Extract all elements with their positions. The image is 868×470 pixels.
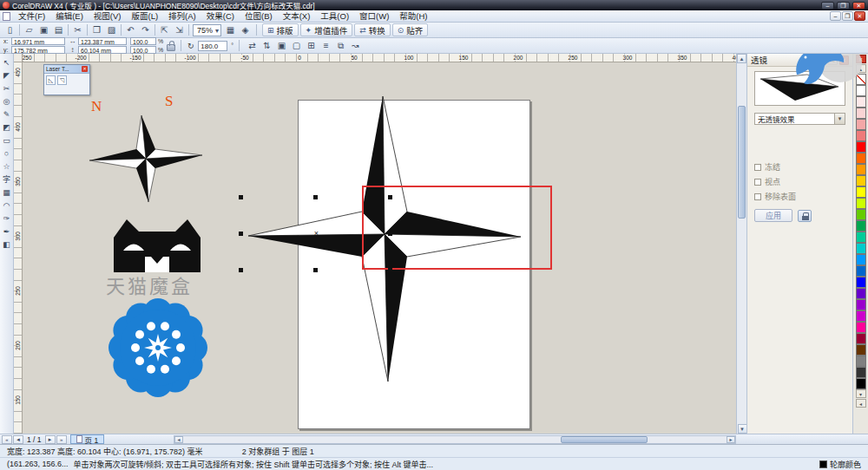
ruler-origin-button[interactable] <box>14 54 23 62</box>
color-swatch-10[interactable] <box>856 186 866 198</box>
shape-tool[interactable]: ◤ <box>0 69 13 82</box>
print-icon[interactable]: ▤ <box>51 23 66 37</box>
menu-item-2[interactable]: 编辑(E) <box>50 10 89 22</box>
convert-button[interactable]: ⇄转换 <box>354 23 391 36</box>
outline-pen-tool[interactable]: ✒ <box>0 225 13 238</box>
checkbox-icon[interactable] <box>754 164 761 171</box>
menu-item-9[interactable]: 工具(O) <box>315 10 354 22</box>
new-document-icon[interactable]: ▯ <box>3 23 17 37</box>
drawing-canvas[interactable]: Laser T... ✕ ◺◹ N S <box>23 62 736 434</box>
document-restore-button[interactable]: ❐ <box>842 11 853 21</box>
convert-curves-icon[interactable]: ↝ <box>348 39 363 53</box>
layout-button[interactable]: ⊞排版 <box>262 23 299 36</box>
fill-tool[interactable]: ◧ <box>0 238 13 251</box>
compass-n-label[interactable]: N <box>91 98 102 115</box>
document-minimize-button[interactable]: – <box>830 11 841 21</box>
open-icon[interactable]: ▱ <box>22 23 36 37</box>
color-swatch-15[interactable] <box>856 243 866 254</box>
color-swatch-4[interactable] <box>856 119 866 130</box>
floating-toolbar-close-button[interactable]: ✕ <box>82 66 88 72</box>
copy-icon[interactable]: ❐ <box>89 23 104 37</box>
import-icon[interactable]: ⇱ <box>157 23 172 37</box>
menu-item-3[interactable]: 视图(V) <box>89 10 127 22</box>
tmall-cat-logo[interactable] <box>108 217 206 272</box>
application-launcher-icon[interactable]: ▦ <box>223 23 238 37</box>
color-swatch-22[interactable] <box>856 322 866 333</box>
rotation-angle-field[interactable]: 180.0 <box>198 41 227 51</box>
color-swatch-6[interactable] <box>856 141 866 153</box>
width-field[interactable]: 123.387 mm <box>78 37 127 45</box>
h-scrollbar[interactable]: ◄ ► <box>174 435 736 444</box>
docker-close-button[interactable]: ✕ <box>839 55 849 65</box>
menu-item-1[interactable]: 文件(F) <box>13 10 50 22</box>
color-swatch-17[interactable] <box>856 265 866 277</box>
scroll-down-icon[interactable]: ▼ <box>738 424 747 434</box>
compass-s-label[interactable]: S <box>165 93 173 110</box>
scroll-left-icon[interactable]: ◄ <box>174 436 183 443</box>
close-button[interactable]: ✕ <box>852 2 865 10</box>
color-swatch-16[interactable] <box>856 254 866 265</box>
undo-icon[interactable]: ↶ <box>123 23 138 37</box>
color-swatch-18[interactable] <box>856 277 866 288</box>
rotation-center-mark[interactable] <box>312 230 320 238</box>
scroll-right-icon[interactable]: ► <box>727 436 735 443</box>
menu-item-7[interactable]: 位图(B) <box>240 10 278 22</box>
color-swatch-27[interactable] <box>856 378 866 389</box>
prev-page-button[interactable]: ◄ <box>13 435 23 444</box>
color-swatch-11[interactable] <box>856 198 866 209</box>
selection-handle[interactable] <box>239 195 243 199</box>
y-position-field[interactable]: 175.782 mm <box>11 46 65 54</box>
color-swatch-9[interactable] <box>856 175 866 186</box>
selection-handle[interactable] <box>388 195 392 199</box>
scale-y-field[interactable]: 100.0 <box>130 46 156 54</box>
freehand-tool[interactable]: ✎ <box>0 108 13 121</box>
export-icon[interactable]: ⇲ <box>172 23 187 37</box>
horizontal-ruler[interactable]: -250-200-150-100-50050100150200250300350… <box>23 54 736 62</box>
color-swatch-26[interactable] <box>856 367 866 378</box>
menu-item-8[interactable]: 文本(X) <box>278 10 316 22</box>
color-swatch-12[interactable] <box>856 209 866 220</box>
scroll-up-icon[interactable]: ▲ <box>737 54 746 63</box>
eyedropper-tool[interactable]: ✑ <box>0 212 13 225</box>
menu-item-11[interactable]: 帮助(H) <box>394 10 432 22</box>
text-tool[interactable]: 字 <box>0 173 13 186</box>
table-tool[interactable]: ▦ <box>0 186 13 199</box>
checkbox-icon[interactable] <box>754 179 761 186</box>
polygon-tool[interactable]: ☆ <box>0 160 13 173</box>
lens-effect-select[interactable]: 无透镜效果 <box>754 113 845 125</box>
lock-ratio-icon[interactable] <box>167 44 175 51</box>
color-swatch-13[interactable] <box>856 220 866 232</box>
mirror-horizontal-icon[interactable]: ⇄ <box>245 39 260 53</box>
snap-button[interactable]: ⊙贴齐 <box>392 23 429 36</box>
docker-collapse-button[interactable]: ◂ <box>828 55 838 65</box>
apply-button[interactable]: 应用 <box>754 209 792 222</box>
selection-handle[interactable] <box>313 195 318 199</box>
selection-handle[interactable] <box>239 268 243 272</box>
color-swatch-2[interactable] <box>856 96 866 108</box>
pick-tool[interactable]: ↖ <box>0 55 13 69</box>
menu-item-10[interactable]: 窗口(W) <box>354 10 394 22</box>
ungroup-icon[interactable]: ▢ <box>289 39 304 53</box>
palette-close-button[interactable]: ✕ <box>856 55 866 63</box>
scale-x-field[interactable]: 100.0 <box>130 37 156 45</box>
color-swatch-21[interactable] <box>856 310 866 322</box>
brand-text[interactable]: 天猫魔盒 <box>106 271 193 298</box>
paste-icon[interactable]: ▨ <box>104 23 119 37</box>
color-swatch-3[interactable] <box>856 108 866 119</box>
small-compass-star[interactable] <box>89 115 202 202</box>
plugins-button[interactable]: ✦增值插件 <box>300 23 353 36</box>
last-page-button[interactable]: » <box>56 435 67 444</box>
minimize-button[interactable]: – <box>821 2 834 10</box>
laser-node-tool[interactable]: ◹ <box>57 75 67 85</box>
palette-scroll-up-icon[interactable]: ▴ <box>856 64 866 73</box>
ellipse-tool[interactable]: ○ <box>0 147 13 160</box>
color-swatch-8[interactable] <box>856 164 866 175</box>
cut-icon[interactable]: ✂ <box>70 23 85 37</box>
order-icon[interactable]: ⧉ <box>333 39 348 53</box>
selection-handle[interactable] <box>388 232 392 236</box>
rectangle-tool[interactable]: ▭ <box>0 134 13 147</box>
smart-fill-tool[interactable]: ◩ <box>0 121 13 134</box>
zoom-level-select[interactable]: 75% <box>193 24 221 36</box>
align-icon[interactable]: ≡ <box>319 39 333 53</box>
selection-handle[interactable] <box>313 268 318 272</box>
